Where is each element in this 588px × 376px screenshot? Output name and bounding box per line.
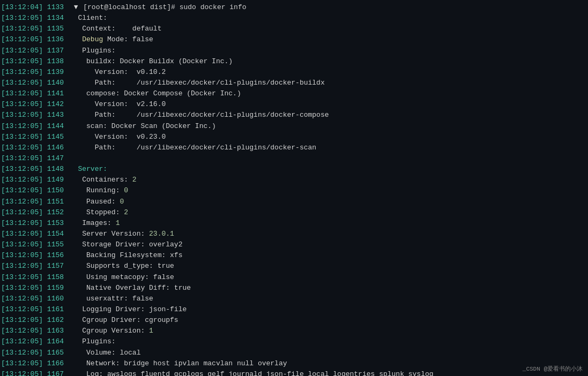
timestamp: [13:12:05] <box>1 88 47 99</box>
timestamp: [13:12:05] <box>1 272 47 283</box>
line-number: 1140 <box>47 78 70 88</box>
terminal-line: [13:12:05] 1148 Server: <box>0 164 588 175</box>
line-number: 1149 <box>47 175 70 185</box>
line-content: Cgroup Version: <box>78 326 149 336</box>
timestamp: [13:12:05] <box>1 110 47 121</box>
line-number: 1138 <box>47 56 70 67</box>
line-number: 1141 <box>47 88 70 99</box>
line-content: 1 <box>149 326 153 336</box>
timestamp: [13:12:05] <box>1 132 47 142</box>
timestamp: [13:12:05] <box>1 283 47 294</box>
line-content: 23.0.1 <box>149 229 174 239</box>
terminal-line: [13:12:05] 1145 Version: v0.23.0 <box>0 132 588 142</box>
timestamp: [13:12:05] <box>1 46 47 56</box>
terminal-line: [13:12:05] 1139 Version: v0.10.2 <box>0 67 588 78</box>
terminal-line: [13:12:05] 1165 Volume: local <box>0 348 588 358</box>
line-content: [root@localhost dist]# sudo docker info <box>83 2 246 13</box>
line-number: 1136 <box>47 34 70 45</box>
line-content: Mode: false <box>103 34 153 45</box>
timestamp: [13:12:05] <box>1 326 47 336</box>
timestamp: [13:12:05] <box>1 24 47 34</box>
timestamp: [13:12:05] <box>1 229 47 239</box>
line-content: 2 <box>132 175 137 185</box>
line-number: 1147 <box>47 153 70 164</box>
line-number: 1151 <box>47 197 70 207</box>
timestamp: [13:12:05] <box>1 358 47 369</box>
line-indent <box>70 348 78 358</box>
line-number: 1143 <box>47 110 70 121</box>
terminal-line: [13:12:04] 1133 ▼ [root@localhost dist]#… <box>0 2 588 13</box>
line-content: Path: /usr/libexec/docker/cli-plugins/do… <box>78 78 324 88</box>
line-content: Native Overlay Diff: true <box>78 283 191 294</box>
timestamp: [13:12:05] <box>1 67 47 78</box>
line-content: Stopped: <box>78 207 124 218</box>
line-content: Logging Driver: json-file <box>78 304 187 315</box>
line-indent <box>70 164 78 175</box>
line-content: Containers: <box>78 175 132 185</box>
timestamp: [13:12:05] <box>1 304 47 315</box>
line-number: 1145 <box>47 132 70 142</box>
line-number: 1146 <box>47 142 70 153</box>
line-indent <box>70 142 78 153</box>
timestamp: [13:12:05] <box>1 239 47 250</box>
terminal-line: [13:12:05] 1154 Server Version: 23.0.1 <box>0 229 588 239</box>
line-indent <box>70 304 78 315</box>
line-indent <box>70 88 78 99</box>
terminal-line: [13:12:05] 1155 Storage Driver: overlay2 <box>0 239 588 250</box>
line-number: 1152 <box>47 207 70 218</box>
timestamp: [13:12:05] <box>1 13 47 24</box>
line-content: Plugins: <box>78 46 115 56</box>
line-indent <box>70 326 78 336</box>
terminal-line: [13:12:05] 1144 scan: Docker Scan (Docke… <box>0 121 588 132</box>
line-indent <box>70 218 78 229</box>
terminal-line: [13:12:05] 1138 buildx: Docker Buildx (D… <box>0 56 588 67</box>
terminal-line: [13:12:05] 1147 <box>0 153 588 164</box>
fold-icon[interactable]: ▼ <box>70 2 82 13</box>
line-content: Context: default <box>78 24 161 34</box>
line-indent <box>70 197 78 207</box>
timestamp: [13:12:05] <box>1 56 47 67</box>
line-indent <box>70 294 78 304</box>
timestamp: [13:12:05] <box>1 218 47 229</box>
line-content: userxattr: false <box>78 294 153 304</box>
line-indent <box>70 261 78 272</box>
timestamp: [13:12:05] <box>1 164 47 175</box>
line-number: 1156 <box>47 250 70 261</box>
line-indent <box>70 369 78 376</box>
line-number: 1164 <box>47 336 70 347</box>
line-indent <box>70 110 78 121</box>
line-indent <box>70 250 78 261</box>
terminal-line: [13:12:05] 1152 Stopped: 2 <box>0 207 588 218</box>
timestamp: [13:12:05] <box>1 185 47 196</box>
terminal-line: [13:12:05] 1151 Paused: 0 <box>0 197 588 207</box>
line-content: Storage Driver: overlay2 <box>78 239 182 250</box>
terminal-line: [13:12:05] 1149 Containers: 2 <box>0 175 588 185</box>
terminal-line: [13:12:05] 1163 Cgroup Version: 1 <box>0 326 588 336</box>
line-content: Debug <box>82 34 103 45</box>
timestamp: [13:12:05] <box>1 261 47 272</box>
line-content: 0 <box>120 197 124 207</box>
terminal-line: [13:12:05] 1150 Running: 0 <box>0 185 588 196</box>
line-indent <box>70 175 78 185</box>
line-content: 1 <box>116 218 120 229</box>
timestamp: [13:12:05] <box>1 175 47 185</box>
watermark: _CSDN @爱看书的小沐 <box>523 365 583 373</box>
line-indent <box>70 239 78 250</box>
line-content: Paused: <box>78 197 120 207</box>
line-content: Server: <box>78 164 107 175</box>
terminal-line: [13:12:05] 1142 Version: v2.16.0 <box>0 99 588 110</box>
line-number: 1165 <box>47 348 70 358</box>
line-content: Client: <box>78 13 107 24</box>
timestamp: [13:12:05] <box>1 99 47 110</box>
line-number: 1150 <box>47 185 70 196</box>
terminal-line: [13:12:05] 1140 Path: /usr/libexec/docke… <box>0 78 588 88</box>
line-number: 1135 <box>47 24 70 34</box>
terminal-line: [13:12:05] 1134 Client: <box>0 13 588 24</box>
line-indent <box>70 99 78 110</box>
line-number: 1142 <box>47 99 70 110</box>
line-number: 1144 <box>47 121 70 132</box>
timestamp: [13:12:05] <box>1 78 47 88</box>
line-content: 2 <box>124 207 128 218</box>
line-number: 1167 <box>47 369 70 376</box>
timestamp: [13:12:05] <box>1 336 47 347</box>
